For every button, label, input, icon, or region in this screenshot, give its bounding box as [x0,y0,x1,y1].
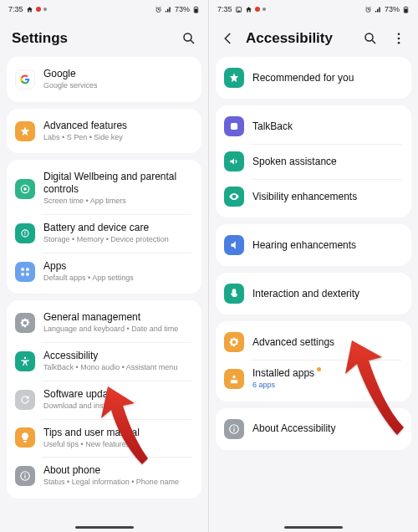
settings-row[interactable]: GoogleGoogle services [7,60,201,99]
row-title: Software update [43,388,191,401]
row-title: Battery and device care [43,222,191,234]
svg-point-22 [365,33,373,41]
row-title: Spoken assistance [252,156,401,168]
settings-row[interactable]: AccessibilityTalkBack • Mono audio • Ass… [7,342,201,381]
accessibility-icon [15,351,35,371]
settings-group: Advanced settingsInstalled apps6 apps [216,321,411,402]
back-button[interactable] [221,31,236,46]
row-title: Advanced features [43,120,191,132]
settings-group: Advanced featuresLabs • S Pen • Side key [7,109,201,154]
settings-row[interactable]: Software updateDownload and install [7,381,201,419]
update-icon [15,390,35,410]
row-title: TalkBack [252,120,401,133]
row-title: Digital Wellbeing and parental controls [43,171,191,196]
tips-icon [15,427,35,448]
settings-row[interactable]: General managementLanguage and keyboard … [7,304,201,342]
settings-group: GoogleGoogle services [7,57,201,102]
settings-row[interactable]: About phoneStatus • Legal information • … [7,457,201,495]
settings-row[interactable]: Digital Wellbeing and parental controlsS… [7,163,201,214]
svg-point-6 [23,187,27,191]
row-title: Accessibility [43,350,191,362]
status-bar: 7:35 73% [0,0,208,17]
svg-rect-14 [24,475,25,478]
talkback-icon [224,116,244,136]
row-subtitle: Default apps • App settings [43,274,191,284]
search-button[interactable] [181,31,196,46]
settings-row[interactable]: TalkBack [216,109,411,144]
battery-icon [15,223,35,243]
more-button[interactable] [391,31,406,46]
row-title: About phone [43,464,191,477]
settings-row[interactable]: Recommended for you [216,60,411,95]
accessibility-header: Accessibility [209,17,418,57]
svg-rect-11 [26,273,29,276]
more-vert-icon [391,31,406,46]
status-time: 7:35 [8,5,23,13]
settings-row[interactable]: Spoken assistance [216,144,411,179]
star-icon [15,121,35,141]
home-indicator[interactable] [75,526,134,529]
visibility-icon [224,187,244,207]
search-button[interactable] [363,31,378,46]
settings-row[interactable]: Interaction and dexterity [216,276,411,311]
settings-row[interactable]: Hearing enhancements [216,228,411,263]
settings-row[interactable]: Advanced settings [216,325,411,360]
row-title: Hearing enhancements [252,239,401,252]
row-title: About Accessibility [252,422,401,435]
battery-icon [402,6,410,13]
phone-right: 7:35 73% Accessibility [209,0,418,532]
svg-rect-21 [405,6,407,7]
home-indicator[interactable] [284,526,343,529]
row-title: Installed apps [252,367,401,380]
settings-list: GoogleGoogle servicesAdvanced featuresLa… [0,57,208,512]
interaction-icon [224,284,244,304]
apps-icon [15,262,35,282]
alarm-icon [155,6,162,13]
wellbeing-icon [15,179,35,199]
row-subtitle: Labs • S Pen • Side key [43,133,191,143]
home-icon [245,6,252,13]
settings-group: About Accessibility [216,408,411,450]
star-icon [224,68,244,88]
row-title: Visibility enhancements [252,191,401,203]
phone-left: 7:35 73% Settings GoogleGoogle servicesA… [0,0,209,532]
settings-group: General managementLanguage and keyboard … [7,300,201,498]
settings-row[interactable]: Tips and user manualUseful tips • New fe… [7,419,201,458]
row-subtitle: Storage • Memory • Device protection [43,235,191,245]
alarm-icon [364,6,372,13]
svg-rect-10 [21,273,24,276]
row-subtitle: 6 apps [252,381,401,391]
svg-point-24 [398,38,400,40]
svg-point-12 [24,357,26,359]
svg-point-25 [398,42,400,44]
accessibility-list: Recommended for youTalkBackSpoken assist… [209,57,418,463]
svg-rect-3 [196,6,197,7]
settings-row[interactable]: About Accessibility [216,412,411,447]
settings-row[interactable]: AppsDefault apps • App settings [7,253,201,291]
row-title: Google [43,68,191,80]
record-icon [255,7,260,12]
settings-row[interactable]: Visibility enhancements [216,179,411,214]
info-icon [15,466,35,486]
settings-group: TalkBackSpoken assistanceVisibility enha… [216,105,411,217]
settings-row[interactable]: Installed apps6 apps [216,360,411,398]
hearing-icon [224,235,244,255]
row-title: Apps [43,260,191,273]
chevron-left-icon [221,31,236,46]
row-subtitle: Language and keyboard • Date and time [43,325,191,335]
svg-point-15 [24,473,25,474]
settings-group: Recommended for you [216,57,411,99]
svg-rect-20 [405,8,408,13]
settings-group: Hearing enhancements [216,224,411,266]
signal-icon [375,6,382,13]
settings-row[interactable]: Battery and device careStorage • Memory … [7,214,201,253]
installed-icon [224,369,244,389]
svg-point-27 [233,196,235,197]
row-subtitle: TalkBack • Mono audio • Assistant menu [43,363,191,373]
settings-row[interactable]: Advanced featuresLabs • S Pen • Side key [7,112,201,151]
battery-text: 73% [385,5,400,13]
svg-rect-26 [231,123,237,130]
row-title: Recommended for you [252,72,401,84]
signal-icon [165,6,172,13]
row-subtitle: Screen time • App timers [43,197,191,207]
